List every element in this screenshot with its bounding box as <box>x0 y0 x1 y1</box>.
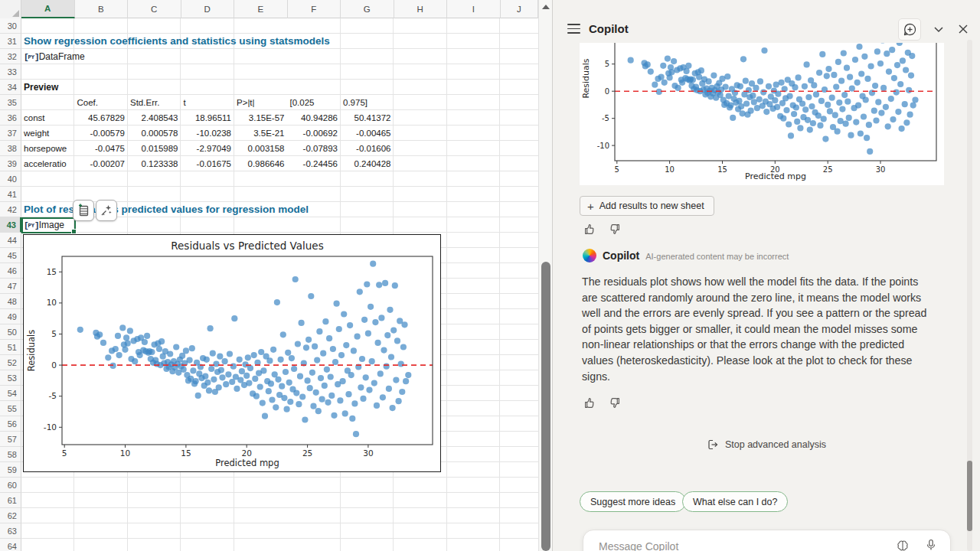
row-header-43[interactable]: 43 <box>0 217 21 233</box>
column-header-H[interactable]: H <box>394 0 448 18</box>
row-header-58[interactable]: 58 <box>0 447 21 462</box>
stats-row-label[interactable]: const <box>21 110 74 126</box>
column-header-D[interactable]: D <box>181 0 235 18</box>
thumbs-down-icon[interactable] <box>607 396 620 409</box>
row-header-48[interactable]: 48 <box>0 294 21 309</box>
sheet-scrollbar-thumb[interactable] <box>541 262 550 551</box>
stats-value-cell[interactable]: -0.00579 <box>75 126 129 141</box>
stats-row-label[interactable]: horsepowe <box>21 141 74 156</box>
brain-icon[interactable] <box>896 539 910 551</box>
insert-data-button[interactable] <box>73 200 94 221</box>
column-header-C[interactable]: C <box>128 0 181 18</box>
row-header-64[interactable]: 64 <box>0 539 21 551</box>
row-header-57[interactable]: 57 <box>0 432 21 447</box>
row-header-36[interactable]: 36 <box>0 110 21 126</box>
stats-header-cell[interactable]: t <box>181 95 235 110</box>
row-header-55[interactable]: 55 <box>0 401 21 416</box>
column-header-B[interactable]: B <box>75 0 129 18</box>
residuals-plot-image[interactable]: 51015202530-10-5051015Residuals vs Predi… <box>23 234 441 472</box>
stats-value-cell[interactable]: 0.003158 <box>234 141 288 156</box>
row-header-30[interactable]: 30 <box>0 18 21 34</box>
stop-advanced-analysis[interactable]: Stop advanced analysis <box>553 439 980 451</box>
stats-header-cell[interactable]: 0.975] <box>341 95 394 110</box>
stats-header-cell[interactable]: Coef. <box>75 95 129 110</box>
preview-label-cell[interactable]: Preview <box>24 80 58 95</box>
column-header-E[interactable]: E <box>234 0 288 18</box>
stats-value-cell[interactable]: 3.5E-21 <box>234 126 288 141</box>
row-header-62[interactable]: 62 <box>0 508 21 523</box>
column-header-A[interactable]: A <box>21 0 75 18</box>
row-header-45[interactable]: 45 <box>0 248 21 263</box>
sheet-vertical-scrollbar[interactable] <box>538 0 552 551</box>
stats-value-cell[interactable]: -10.0238 <box>181 126 235 141</box>
row-header-50[interactable]: 50 <box>0 324 21 340</box>
stats-value-cell[interactable]: -0.0475 <box>75 141 129 156</box>
row-header-63[interactable]: 63 <box>0 523 21 539</box>
copilot-scrollbar-thumb[interactable] <box>967 461 972 531</box>
sheet-heading-plot[interactable]: Plot of residuals vs predicted values fo… <box>24 202 309 217</box>
stats-value-cell[interactable]: -0.24456 <box>288 156 341 171</box>
column-header-J[interactable]: J <box>501 0 539 18</box>
row-header-54[interactable]: 54 <box>0 386 21 401</box>
stats-header-cell[interactable]: P>|t| <box>234 95 288 110</box>
stats-value-cell[interactable]: 0.123338 <box>128 156 181 171</box>
row-header-44[interactable]: 44 <box>0 233 21 248</box>
thumbs-up-icon[interactable] <box>584 223 597 236</box>
row-header-34[interactable]: 34 <box>0 80 21 95</box>
row-header-41[interactable]: 41 <box>0 187 21 202</box>
row-header-51[interactable]: 51 <box>0 340 21 355</box>
analyze-sparkle-button[interactable] <box>96 200 117 221</box>
row-header-47[interactable]: 47 <box>0 279 21 294</box>
message-copilot-input[interactable] <box>599 540 851 551</box>
stats-header-cell[interactable]: [0.025 <box>288 95 341 110</box>
row-header-60[interactable]: 60 <box>0 478 21 493</box>
stats-value-cell[interactable]: -0.00692 <box>288 126 341 141</box>
row-header-31[interactable]: 31 <box>0 34 21 49</box>
stats-value-cell[interactable]: -0.00207 <box>75 156 129 171</box>
collapse-chevron-icon[interactable] <box>931 21 946 37</box>
suggestion-pill-what-else[interactable]: What else can I do? <box>682 491 788 512</box>
row-header-49[interactable]: 49 <box>0 309 21 324</box>
thumbs-down-icon[interactable] <box>607 223 620 236</box>
thumbs-up-icon[interactable] <box>584 396 597 409</box>
add-results-button[interactable]: + Add results to new sheet <box>580 196 714 216</box>
scroll-up-arrow-icon[interactable] <box>542 5 550 9</box>
new-chat-button[interactable] <box>898 18 921 41</box>
stats-value-cell[interactable]: 3.15E-57 <box>234 110 288 126</box>
row-header-59[interactable]: 59 <box>0 462 21 478</box>
stats-value-cell[interactable]: 40.94286 <box>288 110 341 126</box>
row-header-53[interactable]: 53 <box>0 370 21 386</box>
row-header-33[interactable]: 33 <box>0 64 21 80</box>
row-header-42[interactable]: 42 <box>0 202 21 217</box>
stats-value-cell[interactable]: -0.01675 <box>181 156 235 171</box>
python-dataframe-cell[interactable]: [PY]DataFrame <box>24 49 85 64</box>
row-header-61[interactable]: 61 <box>0 493 21 508</box>
stats-row-label[interactable]: weight <box>21 126 74 141</box>
row-header-40[interactable]: 40 <box>0 171 21 187</box>
stats-value-cell[interactable]: 0.240428 <box>341 156 394 171</box>
microphone-icon[interactable] <box>924 538 938 551</box>
suggestion-pill-more-ideas[interactable]: Suggest more ideas <box>580 491 686 512</box>
row-header-37[interactable]: 37 <box>0 126 21 141</box>
stats-value-cell[interactable]: 0.015989 <box>128 141 181 156</box>
row-header-38[interactable]: 38 <box>0 141 21 156</box>
stats-row-label[interactable]: acceleratio <box>21 156 74 171</box>
menu-icon[interactable] <box>567 24 580 34</box>
stats-value-cell[interactable]: -2.97049 <box>181 141 235 156</box>
stats-value-cell[interactable]: 50.41372 <box>341 110 394 126</box>
row-header-52[interactable]: 52 <box>0 355 21 370</box>
sheet-heading-statsmodels[interactable]: Show regression coefficients and statist… <box>24 34 330 49</box>
stats-value-cell[interactable]: -0.01606 <box>341 141 394 156</box>
stats-value-cell[interactable]: 0.000578 <box>128 126 181 141</box>
row-header-46[interactable]: 46 <box>0 263 21 279</box>
close-icon[interactable] <box>956 21 971 37</box>
column-header-G[interactable]: G <box>341 0 394 18</box>
stats-value-cell[interactable]: 45.67829 <box>75 110 129 126</box>
select-all-corner[interactable] <box>0 0 21 18</box>
column-header-F[interactable]: F <box>288 0 341 18</box>
row-header-39[interactable]: 39 <box>0 156 21 171</box>
row-header-32[interactable]: 32 <box>0 49 21 64</box>
row-header-35[interactable]: 35 <box>0 95 21 110</box>
stats-value-cell[interactable]: -0.00465 <box>341 126 394 141</box>
row-header-56[interactable]: 56 <box>0 416 21 432</box>
